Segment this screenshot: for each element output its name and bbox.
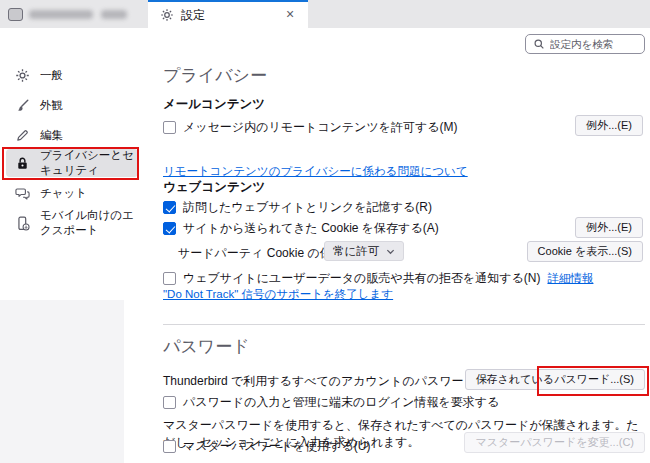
pencil-icon [15,128,30,143]
settings-sidebar: 一般 外観 編集 プライバシーとセキュリティ [0,28,148,463]
accept-cookies-checkbox[interactable] [163,222,176,235]
tab-mail-account[interactable] [0,0,140,28]
search-input[interactable] [550,38,636,50]
use-master-password-checkbox[interactable] [163,440,176,453]
require-os-auth-row[interactable]: パスワードの入力と管理に端末のログイン情報を要求する [163,394,499,411]
mail-account-icon [8,8,23,21]
cookie-exceptions-button[interactable]: 例外...(E) [575,217,643,238]
remember-visited-checkbox[interactable] [163,201,176,214]
saved-passwords-button[interactable]: 保存されているパスワード...(S) [465,369,645,390]
mobile-export-icon [15,216,30,231]
sidebar-item-general[interactable]: 一般 [6,61,138,89]
third-party-cookies-select[interactable]: 常に許可 [324,241,404,261]
allow-remote-content-row[interactable]: メッセージ内のリモートコンテンツを許可する(M) [163,119,458,136]
sidebar-item-label: 編集 [40,128,63,143]
allow-remote-content-checkbox[interactable] [163,121,176,134]
settings-main: プライバシー メールコンテンツ メッセージ内のリモートコンテンツを許可する(M)… [148,28,650,463]
dnt-checkbox[interactable] [163,272,176,285]
tab-settings[interactable]: 設定 × [148,0,308,28]
tab-settings-label: 設定 [181,7,205,24]
close-tab-icon[interactable]: × [282,7,298,23]
sidebar-item-composition[interactable]: 編集 [6,121,138,149]
redacted-account-name [29,10,93,19]
third-party-cookies-value: 常に許可 [333,244,379,259]
sidebar-item-label: プライバシーとセキュリティ [40,148,138,178]
require-os-auth-label: パスワードの入力と管理に端末のログイン情報を要求する [183,394,499,411]
sidebar-bottom-area [0,300,124,463]
show-cookies-button[interactable]: Cookie を表示...(S) [527,241,643,262]
lock-icon [15,156,30,171]
remote-content-privacy-link[interactable]: リモートコンテンツのプライバシーに係わる問題について [163,164,468,179]
thunderbird-settings-window: 設定 × 一般 外観 編集 [0,0,650,463]
require-os-auth-checkbox[interactable] [163,396,176,409]
sidebar-item-label: モバイル向けのエクスポート [40,208,138,238]
privacy-section-title: プライバシー [163,64,267,87]
passwords-section-title: パスワード [163,335,250,358]
sidebar-item-privacy-security[interactable]: プライバシーとセキュリティ [6,149,138,177]
sidebar-item-label: 一般 [40,68,63,83]
sidebar-item-label: 外観 [40,98,63,113]
mail-content-title: メールコンテンツ [163,96,265,113]
dnt-row[interactable]: ウェブサイトにユーザーデータの販売や共有の拒否を通知する(N) 詳細情報 [163,270,593,287]
sidebar-item-chat[interactable]: チャット [6,179,138,207]
chevron-down-icon [386,247,395,256]
web-content-title: ウェブコンテンツ [163,179,265,196]
gear-icon [15,68,30,83]
section-divider [163,324,645,325]
remember-visited-label: 訪問したウェブサイトとリンクを記憶する(R) [183,199,432,216]
redacted-account-name-2 [101,10,127,19]
dnt-label: ウェブサイトにユーザーデータの販売や共有の拒否を通知する(N) [183,270,540,287]
change-master-password-button: マスターパスワードを変更...(C) [464,432,645,453]
remember-visited-row[interactable]: 訪問したウェブサイトとリンクを記憶する(R) [163,199,432,216]
accept-cookies-label: サイトから送られてきた Cookie を保存する(A) [183,220,439,237]
search-icon [533,38,545,50]
sidebar-item-label: チャット [40,186,87,201]
settings-search[interactable] [525,34,645,54]
use-master-password-row[interactable]: マスターパスワードを使用する(U) [163,438,370,455]
accept-cookies-row[interactable]: サイトから送られてきた Cookie を保存する(A) [163,220,439,237]
allow-remote-content-label: メッセージ内のリモートコンテンツを許可する(M) [183,119,458,136]
sidebar-item-mobile-export[interactable]: モバイル向けのエクスポート [6,209,138,237]
chat-icon [15,186,30,201]
remote-content-exceptions-button[interactable]: 例外...(E) [575,115,643,136]
gear-icon [160,8,174,22]
tab-bar: 設定 × [0,0,650,28]
dnt-support-link[interactable]: "Do Not Track" 信号のサポートを終了します [163,287,393,302]
paintbrush-icon [15,98,30,113]
dnt-learn-more-link[interactable]: 詳細情報 [547,271,593,286]
use-master-password-label: マスターパスワードを使用する(U) [183,438,370,455]
sidebar-item-appearance[interactable]: 外観 [6,91,138,119]
